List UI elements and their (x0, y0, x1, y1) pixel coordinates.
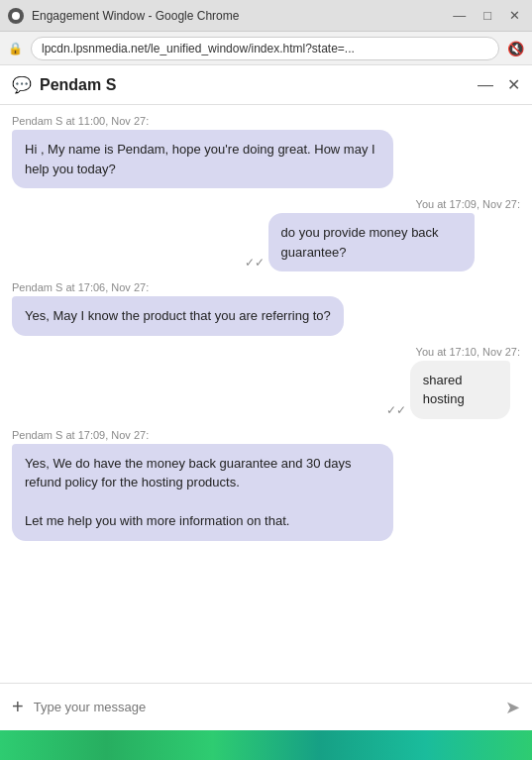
message-bubble: shared hosting (410, 361, 510, 419)
message-row: Pendam S at 17:06, Nov 27:Yes, May I kno… (12, 281, 520, 336)
app-icon (8, 8, 24, 24)
message-input[interactable] (34, 700, 495, 714)
url-input[interactable] (31, 37, 499, 60)
message-bubble: Hi , My name is Pendam, hope you're doin… (12, 130, 393, 188)
message-row: You at 17:09, Nov 27:✓✓do you provide mo… (12, 198, 520, 271)
add-attachment-button[interactable]: + (12, 696, 24, 718)
svg-point-0 (12, 12, 20, 20)
message-row: Pendam S at 11:00, Nov 27:Hi , My name i… (12, 115, 520, 188)
message-with-tick: ✓✓shared hosting (386, 361, 520, 419)
chat-controls: — ✕ (478, 75, 520, 94)
message-row: Pendam S at 17:09, Nov 27:Yes, We do hav… (12, 429, 520, 541)
chat-header: 💬 Pendam S — ✕ (0, 65, 532, 105)
chat-minimize-button[interactable]: — (478, 76, 493, 94)
window-title: Engagement Window - Google Chrome (32, 9, 441, 23)
message-with-tick: ✓✓do you provide money back guarantee? (245, 213, 520, 271)
messages-area: Pendam S at 11:00, Nov 27:Hi , My name i… (0, 105, 532, 683)
message-timestamp: Pendam S at 17:06, Nov 27: (12, 281, 149, 293)
message-timestamp: Pendam S at 11:00, Nov 27: (12, 115, 149, 127)
mute-icon[interactable]: 🔇 (507, 41, 524, 56)
message-bubble: Yes, May I know the product that you are… (12, 296, 344, 336)
chat-icon: 💬 (12, 75, 32, 94)
close-window-button[interactable]: ✕ (505, 7, 524, 24)
window-controls: — □ ✕ (449, 7, 524, 24)
title-bar: Engagement Window - Google Chrome — □ ✕ (0, 0, 532, 32)
message-timestamp: Pendam S at 17:09, Nov 27: (12, 429, 149, 441)
message-timestamp: You at 17:09, Nov 27: (416, 198, 520, 210)
input-area: + ➤ (0, 683, 532, 730)
maximize-button[interactable]: □ (479, 7, 495, 24)
message-bubble: do you provide money back guarantee? (268, 213, 476, 271)
chat-close-button[interactable]: ✕ (507, 75, 520, 94)
address-bar: 🔒 🔇 (0, 32, 532, 65)
lock-icon: 🔒 (8, 42, 23, 55)
message-bubble: Yes, We do have the money back guarantee… (12, 444, 393, 541)
minimize-button[interactable]: — (449, 7, 470, 24)
read-tick-icon: ✓✓ (245, 256, 265, 270)
agent-name: Pendam S (40, 76, 478, 94)
bottom-bar (0, 730, 532, 760)
read-tick-icon: ✓✓ (386, 403, 406, 417)
send-button[interactable]: ➤ (505, 697, 520, 718)
message-timestamp: You at 17:10, Nov 27: (416, 346, 520, 358)
message-row: You at 17:10, Nov 27:✓✓shared hosting (12, 346, 520, 419)
